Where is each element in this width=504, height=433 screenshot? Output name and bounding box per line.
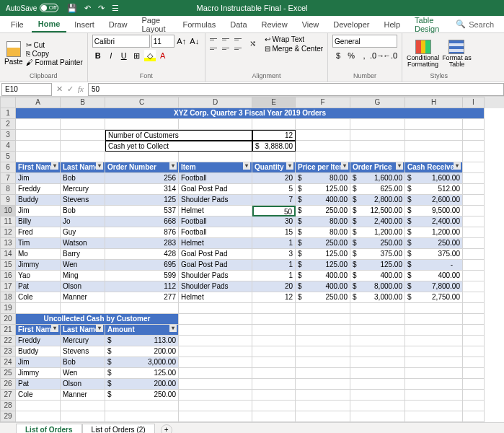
cell[interactable]: $400.00 — [405, 271, 463, 281]
row-header[interactable]: 23 — [0, 346, 16, 357]
cell[interactable]: 3 — [252, 249, 296, 260]
cell[interactable]: $250.00 — [296, 206, 350, 216]
cell[interactable]: Pat — [16, 379, 61, 390]
cell[interactable]: Football — [179, 173, 252, 184]
column-header[interactable]: D — [179, 97, 252, 108]
cell[interactable]: $200.00 — [105, 346, 179, 357]
uncollected-title[interactable]: Uncollected Cash by Customer — [16, 314, 179, 325]
cell[interactable] — [350, 119, 405, 130]
cell[interactable]: Football — [179, 216, 252, 227]
cell[interactable]: Goal Post Pad — [179, 249, 252, 260]
row-header[interactable]: 28 — [0, 401, 16, 411]
cell[interactable] — [350, 130, 405, 141]
cell[interactable]: $8,000.00 — [350, 281, 405, 292]
tab-draw[interactable]: Draw — [102, 17, 134, 32]
cell[interactable]: $2,600.00 — [405, 195, 463, 206]
cell[interactable]: $1,200.00 — [350, 227, 405, 238]
row-header[interactable]: 21 — [0, 325, 16, 336]
merge-center-button[interactable]: ⊟ Merge & Center — [265, 45, 323, 53]
cell[interactable]: Goal Post Pad — [179, 260, 252, 271]
sheet-tab[interactable]: List of Orders — [16, 424, 82, 434]
table-header[interactable]: Cash Received — [405, 162, 463, 173]
column-header[interactable]: I — [463, 97, 485, 108]
cell[interactable]: Goal Post Pad — [179, 184, 252, 195]
cell[interactable]: Olson — [61, 281, 105, 292]
tab-file[interactable]: File — [4, 17, 30, 32]
cell[interactable] — [179, 357, 252, 368]
cell[interactable] — [463, 184, 485, 195]
cell[interactable]: 283 — [105, 238, 179, 249]
cell[interactable]: Mercury — [61, 336, 105, 346]
table-header[interactable]: Last Name — [61, 162, 105, 173]
cell[interactable] — [179, 336, 252, 346]
cell[interactable]: 599 — [105, 271, 179, 281]
cell[interactable]: 112 — [105, 281, 179, 292]
row-header[interactable]: 27 — [0, 390, 16, 401]
increase-decimal-icon[interactable]: .0→ — [371, 50, 383, 61]
summary-label[interactable]: Cash yet to Collect — [105, 141, 252, 152]
cell[interactable] — [405, 346, 463, 357]
touch-mode-icon[interactable]: ☰ — [112, 4, 119, 13]
wrap-text-button[interactable]: ↩ Wrap Text — [265, 35, 323, 43]
cell[interactable]: $250.00 — [296, 292, 350, 303]
cell[interactable]: $512.00 — [405, 184, 463, 195]
cell[interactable]: $80.00 — [296, 173, 350, 184]
row-header[interactable]: 9 — [0, 195, 16, 206]
row-header[interactable]: 25 — [0, 368, 16, 379]
cell[interactable]: 537 — [105, 206, 179, 216]
cell[interactable]: $2,400.00 — [405, 216, 463, 227]
cell[interactable]: 428 — [105, 249, 179, 260]
cell[interactable] — [16, 119, 61, 130]
cell[interactable] — [463, 162, 485, 173]
cell[interactable]: Freddy — [16, 336, 61, 346]
row-header[interactable]: 2 — [0, 119, 16, 130]
cell[interactable] — [405, 314, 463, 325]
cell[interactable]: Shoulder Pads — [179, 271, 252, 281]
cell[interactable]: 314 — [105, 184, 179, 195]
undo-icon[interactable]: ↶ — [84, 4, 91, 13]
cell[interactable] — [296, 119, 350, 130]
cell[interactable] — [252, 314, 296, 325]
cell[interactable]: Helmet — [179, 238, 252, 249]
cell[interactable]: $1,600.00 — [350, 173, 405, 184]
align-middle-icon[interactable] — [222, 35, 234, 43]
cell[interactable]: 125 — [105, 195, 179, 206]
cell[interactable] — [252, 336, 296, 346]
font-color-button[interactable]: A — [157, 50, 169, 61]
cell[interactable] — [463, 249, 485, 260]
cell[interactable]: Stevens — [61, 346, 105, 357]
cell[interactable] — [463, 271, 485, 281]
cell[interactable] — [296, 141, 350, 152]
cell[interactable]: 20 — [252, 281, 296, 292]
cell[interactable]: Jimmy — [16, 260, 61, 271]
column-header[interactable]: A — [16, 97, 61, 108]
tab-page-layout[interactable]: Page Layout — [135, 13, 174, 36]
cell[interactable]: Helmet — [179, 292, 252, 303]
cell[interactable] — [463, 346, 485, 357]
cell[interactable] — [463, 238, 485, 249]
cell[interactable]: $200.00 — [105, 379, 179, 390]
table-header[interactable]: Item — [179, 162, 252, 173]
cell[interactable] — [350, 411, 405, 422]
cell[interactable]: Jim — [16, 206, 61, 216]
bold-button[interactable]: B — [92, 50, 104, 61]
cell[interactable] — [296, 401, 350, 411]
column-header[interactable]: F — [296, 97, 350, 108]
cell[interactable] — [463, 173, 485, 184]
table-header[interactable]: Order Number — [105, 162, 179, 173]
row-header[interactable]: 10 — [0, 206, 16, 216]
cell[interactable]: 695 — [105, 260, 179, 271]
table-header[interactable]: Amount — [105, 325, 179, 336]
row-header[interactable]: 20 — [0, 314, 16, 325]
sheet-title[interactable]: XYZ Corp. Quarter 3 Fiscal Year 2019 Ord… — [16, 108, 485, 119]
cell[interactable]: 876 — [105, 227, 179, 238]
cell[interactable]: 1 — [252, 271, 296, 281]
cell[interactable]: 277 — [105, 292, 179, 303]
cell[interactable] — [252, 303, 296, 314]
cell[interactable] — [463, 401, 485, 411]
cell[interactable] — [350, 390, 405, 401]
cell[interactable]: $3,000.00 — [105, 357, 179, 368]
cell[interactable]: $- — [405, 260, 463, 271]
cell[interactable]: $250.00 — [350, 238, 405, 249]
cell[interactable] — [405, 141, 463, 152]
